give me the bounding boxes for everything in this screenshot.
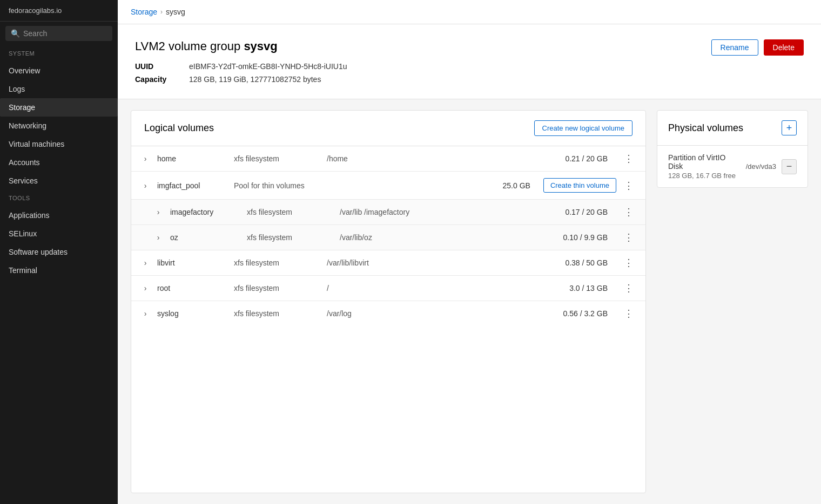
lv-chevron-imgfact-pool[interactable]: ›	[140, 180, 151, 191]
pv-name-vda3: Partition of VirtIO Disk	[668, 153, 741, 171]
sidebar-item-services[interactable]: Services	[0, 172, 118, 190]
lv-kebab-oz[interactable]: ⋮	[621, 231, 637, 243]
lv-actions-oz: ⋮	[621, 231, 637, 243]
vg-info: LVM2 volume group sysvg UUID eIBMF3-Y2dT…	[135, 39, 347, 84]
pv-panel-header: Physical volumes +	[657, 111, 807, 146]
lv-name-oz: oz	[170, 233, 240, 242]
lv-row-syslog: › syslog xfs filesystem /var/log 0.56 / …	[131, 301, 645, 326]
lv-mount-syslog: /var/log	[327, 309, 419, 318]
lv-kebab-root[interactable]: ⋮	[621, 282, 637, 294]
lv-size-libvirt: 0.38 / 50 GB	[425, 258, 614, 267]
main-content: Storage › sysvg LVM2 volume group sysvg …	[118, 0, 821, 504]
lv-size-imagefactory: 0.17 / 20 GB	[438, 208, 614, 216]
lv-type-oz: xfs filesystem	[247, 233, 333, 242]
sidebar-item-logs[interactable]: Logs	[0, 80, 118, 98]
lv-name-imgfact-pool: imgfact_pool	[157, 181, 227, 190]
lv-type-syslog: xfs filesystem	[234, 309, 320, 318]
lv-kebab-syslog[interactable]: ⋮	[621, 308, 637, 319]
sidebar-item-storage[interactable]: Storage	[0, 98, 118, 117]
lv-type-imagefactory: xfs filesystem	[247, 208, 333, 216]
sidebar-item-software-updates[interactable]: Software updates	[0, 243, 118, 261]
rename-button[interactable]: Rename	[711, 39, 758, 56]
delete-button[interactable]: Delete	[764, 39, 804, 56]
vg-actions: Rename Delete	[711, 39, 804, 56]
lv-kebab-imgfact-pool[interactable]: ⋮	[621, 180, 637, 192]
lv-size-home: 0.21 / 20 GB	[425, 154, 614, 163]
lv-panel-title: Logical volumes	[144, 122, 214, 134]
lv-mount-libvirt: /var/lib/libvirt	[327, 258, 419, 267]
vg-uuid-value: eIBMF3-Y2dT-omkE-GB8I-YNHD-5Hc8-iUIU1u	[189, 62, 347, 71]
lv-name-home: home	[157, 154, 227, 163]
sidebar-item-overview[interactable]: Overview	[0, 62, 118, 80]
lv-mount-imagefactory: /var/lib /imagefactory	[340, 208, 432, 216]
lv-row-root: › root xfs filesystem / 3.0 / 13 GB ⋮	[131, 276, 645, 301]
sidebar-section-tools-label: Tools	[9, 195, 30, 201]
sidebar-item-applications[interactable]: Applications	[0, 206, 118, 224]
lv-kebab-imagefactory[interactable]: ⋮	[621, 206, 637, 218]
create-logical-volume-button[interactable]: Create new logical volume	[534, 120, 632, 136]
lv-kebab-home[interactable]: ⋮	[621, 153, 637, 165]
sidebar-item-networking[interactable]: Networking	[0, 117, 118, 135]
sidebar-item-terminal[interactable]: Terminal	[0, 261, 118, 280]
pv-item-vda3: Partition of VirtIO Disk 128 GB, 16.7 GB…	[657, 146, 807, 187]
lv-actions-root: ⋮	[621, 282, 637, 294]
sidebar-item-selinux[interactable]: SELinux	[0, 224, 118, 243]
lv-actions-syslog: ⋮	[621, 308, 637, 319]
search-box[interactable]: 🔍	[5, 26, 112, 41]
content-area: Logical volumes Create new logical volum…	[118, 99, 821, 504]
lv-size-syslog: 0.56 / 3.2 GB	[425, 309, 614, 318]
vg-header: LVM2 volume group sysvg UUID eIBMF3-Y2dT…	[118, 24, 821, 99]
sidebar-item-accounts[interactable]: Accounts	[0, 153, 118, 172]
lv-mount-home: /home	[327, 154, 419, 163]
search-icon: 🔍	[11, 29, 20, 38]
lv-chevron-syslog[interactable]: ›	[140, 308, 151, 319]
lv-type-root: xfs filesystem	[234, 284, 320, 292]
lv-size-imgfact-pool: 25.0 GB	[425, 181, 537, 190]
pv-panel-title: Physical volumes	[668, 122, 743, 134]
lv-mount-root: /	[327, 284, 419, 292]
vg-capacity-row: Capacity 128 GB, 119 GiB, 127771082752 b…	[135, 75, 347, 84]
vg-title: LVM2 volume group sysvg	[135, 39, 347, 53]
lv-chevron-imagefactory[interactable]: ›	[153, 207, 164, 217]
breadcrumb-parent[interactable]: Storage	[131, 8, 157, 16]
lv-actions-imagefactory: ⋮	[621, 206, 637, 218]
lv-chevron-libvirt[interactable]: ›	[140, 257, 151, 268]
remove-physical-volume-button[interactable]: −	[782, 159, 797, 174]
lv-panel-header: Logical volumes Create new logical volum…	[131, 111, 645, 146]
lv-row-imagefactory: › imagefactory xfs filesystem /var/lib /…	[131, 200, 645, 225]
lv-chevron-root[interactable]: ›	[140, 283, 151, 294]
lv-name-libvirt: libvirt	[157, 258, 227, 267]
sidebar-section-system: System	[9, 50, 35, 57]
lv-row-oz: › oz xfs filesystem /var/lib/oz 0.10 / 9…	[131, 225, 645, 250]
lv-row-libvirt: › libvirt xfs filesystem /var/lib/libvir…	[131, 250, 645, 276]
lv-mount-oz: /var/lib/oz	[340, 233, 432, 242]
sidebar-item-virtual-machines[interactable]: Virtual machines	[0, 135, 118, 153]
lv-actions-home: ⋮	[621, 153, 637, 165]
logical-volumes-panel: Logical volumes Create new logical volum…	[131, 110, 646, 493]
lv-size-root: 3.0 / 13 GB	[425, 284, 614, 292]
pv-info-vda3: Partition of VirtIO Disk 128 GB, 16.7 GB…	[668, 153, 741, 180]
lv-type-home: xfs filesystem	[234, 154, 320, 163]
breadcrumb-separator: ›	[160, 8, 163, 16]
lv-type-libvirt: xfs filesystem	[234, 258, 320, 267]
lv-kebab-libvirt[interactable]: ⋮	[621, 257, 637, 269]
search-input[interactable]	[23, 29, 107, 38]
lv-row-home: › home xfs filesystem /home 0.21 / 20 GB…	[131, 146, 645, 172]
lv-name-syslog: syslog	[157, 309, 227, 318]
pv-dev-vda3: /dev/vda3	[746, 162, 776, 171]
lv-size-oz: 0.10 / 9.9 GB	[438, 233, 614, 242]
sidebar: fedoracogilabs.io 🔍 System Overview Logs…	[0, 0, 118, 504]
lv-name-imagefactory: imagefactory	[170, 208, 240, 216]
lv-chevron-oz[interactable]: ›	[153, 232, 164, 243]
vg-uuid-row: UUID eIBMF3-Y2dT-omkE-GB8I-YNHD-5Hc8-iUI…	[135, 62, 347, 71]
app-logo: fedoracogilabs.io	[0, 0, 118, 22]
breadcrumb-current: sysvg	[166, 8, 185, 16]
lv-actions-imgfact-pool: Create thin volume ⋮	[543, 178, 637, 193]
add-physical-volume-button[interactable]: +	[782, 120, 797, 135]
lv-type-imgfact-pool: Pool for thin volumes	[234, 181, 320, 190]
lv-row-imgfact-pool: › imgfact_pool Pool for thin volumes 25.…	[131, 172, 645, 200]
lv-chevron-home[interactable]: ›	[140, 153, 151, 164]
create-thin-volume-button[interactable]: Create thin volume	[543, 178, 616, 193]
lv-name-root: root	[157, 284, 227, 292]
sidebar-item-system: System	[0, 45, 118, 62]
